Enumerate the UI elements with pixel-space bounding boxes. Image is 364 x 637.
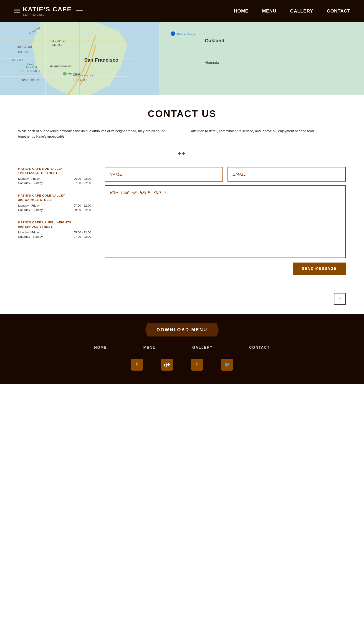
desc-right: attention to detail, commitment to servi… [191,128,346,139]
main-nav: HOME MENU GALLERY CONTACT [234,8,350,14]
download-menu-button[interactable]: DOWNLOAD MENU [145,323,219,336]
location-1-name: KATIE'S CAFE NOE VALLEY [18,167,91,170]
loc1-days2: Saturday - Sunday [18,181,48,185]
svg-text:Twin Peaks: Twin Peaks [67,72,80,75]
svg-text:Oakland: Oakland [205,38,224,44]
loc3-days1: Monday - Friday [18,231,48,234]
header: KATIE'S CAFÉ San Francisco HOME MENU GAL… [0,0,364,22]
message-textarea[interactable] [105,185,346,258]
logo-left-dashes [14,10,20,12]
loc2-time2: 09:00 - 22:00 [74,208,91,212]
footer: DOWNLOAD MENU HOME MENU GALLERY CONTACT … [0,314,364,384]
tumblr-icon[interactable]: t [191,359,203,370]
loc1-days1: Monday - Friday [18,177,48,180]
nav-home[interactable]: HOME [234,8,248,14]
location-3-name: KATIE'S CAFE LAUREL HEIGHTS [18,221,91,224]
footer-nav-contact[interactable]: CONTACT [249,346,270,350]
map-background: San Francisco Oakland Alameda RICHMOND D… [0,22,364,95]
svg-text:San Francisco: San Francisco [84,57,118,63]
svg-text:DISTRICT: DISTRICT [18,50,30,53]
svg-text:Alameda: Alameda [205,61,219,64]
loc2-days1: Monday - Friday [18,204,48,207]
contact-form: SEND MESSAGE [105,167,346,275]
location-3-hours-weekend: Saturday - Sunday 07:00 - 22:00 [18,235,91,238]
send-btn-row: SEND MESSAGE [105,262,346,275]
location-2-hours-weekday: Monday - Friday 07:00 - 22:00 [18,204,91,207]
location-3-hours-weekday: Monday - Friday 05:00 - 22:00 [18,231,91,234]
logo-text: KATIE'S CAFÉ San Francisco [23,6,72,16]
footer-socials: f g+ t 🐦 [18,359,346,370]
footer-line-right [219,330,346,330]
name-input[interactable] [105,167,223,182]
contact-section: CONTACT US While each of our bakeries em… [0,95,364,284]
logo-area: KATIE'S CAFÉ San Francisco [14,6,82,16]
scroll-up-area: ↑ [0,284,364,314]
logo-right-dash [76,10,82,12]
footer-nav-menu[interactable]: MENU [143,346,156,350]
footer-menu-banner: DOWNLOAD MENU [18,323,346,336]
location-3-street: 800 SPRUCE STREET [18,225,91,228]
contact-title: CONTACT US [18,108,346,119]
footer-nav: HOME MENU GALLERY CONTACT [18,346,346,350]
svg-text:SUNSET DISTRICT: SUNSET DISTRICT [20,79,43,82]
desc-left: While each of our bakeries embodies the … [18,128,173,139]
location-2-hours-weekend: Saturday - Sunday 09:00 - 22:00 [18,208,91,212]
email-input[interactable] [228,167,346,182]
footer-line-left [18,330,145,330]
svg-text:FINANCIAL: FINANCIAL [52,40,65,43]
loc2-time1: 07:00 - 22:00 [74,204,91,207]
loc3-days2: Saturday - Sunday [18,235,48,238]
footer-nav-home[interactable]: HOME [94,346,107,350]
divider-diamonds: ◆◆ [178,150,186,156]
location-2-name: KATIE'S CAFE COLE VALLEY [18,194,91,197]
loc2-days2: Saturday - Sunday [18,208,48,212]
svg-text:OUTER SUNSET: OUTER SUNSET [20,70,40,72]
google-plus-icon[interactable]: g+ [161,359,173,370]
svg-point-24 [63,72,67,76]
location-1-street: 123 ELIZABETH STREET [18,171,91,175]
loc1-time1: 06:00 - 22:00 [74,177,91,180]
divider-line-left [18,153,175,153]
location-1-hours-weekday: Monday - Friday 06:00 - 22:00 [18,177,91,180]
nav-menu[interactable]: MENU [262,8,276,14]
svg-text:Gate Park: Gate Park [26,66,38,68]
twitter-icon[interactable]: 🐦 [221,359,233,370]
scroll-up-arrow-icon: ↑ [339,296,341,302]
locations-list: KATIE'S CAFE NOE VALLEY 123 ELIZABETH ST… [18,167,91,275]
nav-gallery[interactable]: GALLERY [290,8,313,14]
nav-contact[interactable]: CONTACT [327,8,350,14]
logo-subtitle: San Francisco [23,13,72,16]
svg-text:Golden: Golden [27,63,35,66]
loc3-time1: 05:00 - 22:00 [74,231,91,234]
facebook-icon[interactable]: f [131,359,143,370]
footer-nav-gallery[interactable]: GALLERY [192,346,213,350]
content-row: KATIE'S CAFE NOE VALLEY 123 ELIZABETH ST… [18,167,346,275]
svg-text:Children's Fairyla...: Children's Fairyla... [176,33,198,36]
location-laurel-heights: KATIE'S CAFE LAUREL HEIGHTS 800 SPRUCE S… [18,221,91,238]
send-button[interactable]: SEND MESSAGE [293,262,346,275]
location-2-street: 301 CARMEL STREET [18,198,91,202]
svg-text:RICHMOND: RICHMOND [18,46,32,48]
location-cole-valley: KATIE'S CAFE COLE VALLEY 301 CARMEL STRE… [18,194,91,212]
svg-text:DOGPATCH: DOGPATCH [73,79,87,82]
svg-text:HAIGHT ASHBURY: HAIGHT ASHBURY [50,65,72,68]
map-roads-svg: San Francisco Oakland Alameda RICHMOND D… [0,22,364,95]
svg-text:DISTRICT: DISTRICT [52,44,64,46]
contact-description: While each of our bakeries embodies the … [18,128,346,139]
svg-point-28 [170,32,175,36]
logo-title: KATIE'S CAFÉ [23,6,72,13]
location-noe-valley: KATIE'S CAFE NOE VALLEY 123 ELIZABETH ST… [18,167,91,185]
map-section: San Francisco Oakland Alameda RICHMOND D… [0,22,364,95]
location-1-hours-weekend: Saturday - Sunday 07:00 - 22:00 [18,181,91,185]
svg-text:SEA CLIFF: SEA CLIFF [12,58,24,61]
divider: ◆◆ [18,150,346,156]
loc3-time2: 07:00 - 22:00 [74,235,91,238]
scroll-up-button[interactable]: ↑ [334,293,346,305]
divider-line-right [189,153,346,153]
loc1-time2: 07:00 - 22:00 [74,181,91,185]
form-inputs-row [105,167,346,182]
